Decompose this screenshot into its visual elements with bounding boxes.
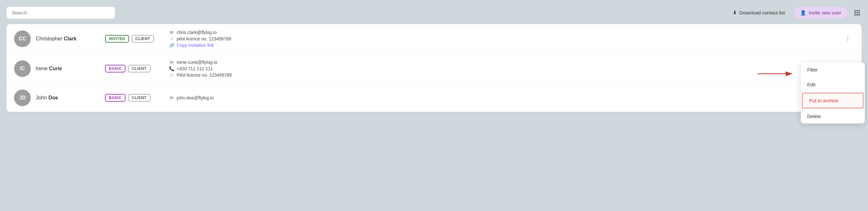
search-input[interactable] — [6, 6, 115, 19]
user-name: Irene Curie — [36, 66, 100, 72]
user-details: ✉ john.doe@flylog.io — [169, 95, 842, 100]
svg-rect-5 — [859, 12, 860, 14]
detail-row-licence: ☆ Pilot licence no. 123456789 — [169, 73, 842, 78]
grid-view-button[interactable] — [852, 8, 862, 17]
user-details: ✉ irene.curie@flylog.io 📞 +420 711 111 1… — [169, 60, 842, 78]
avatar: IC — [14, 60, 31, 77]
download-icon: ⬇ — [733, 9, 737, 16]
context-menu: Filter Edit Put to archive Delete — [801, 62, 865, 124]
invite-label: Invite new user — [809, 10, 841, 16]
tag-client: CLIENT — [128, 94, 150, 102]
download-contact-list-button[interactable]: ⬇ Download contact list — [729, 7, 788, 18]
email-value: john.doe@flylog.io — [177, 95, 214, 100]
invite-icon: 👤 — [800, 10, 806, 16]
svg-rect-0 — [855, 10, 856, 11]
user-row: CC Christopher Clark INVITED CLIENT ✉ ch… — [6, 24, 862, 54]
top-bar: ⬇ Download contact list 👤 Invite new use… — [6, 6, 862, 19]
phone-icon: 📞 — [169, 66, 174, 71]
user-row: IC Irene Curie BASIC CLIENT ✉ irene.curi… — [6, 54, 862, 84]
user-details: ✉ chris.clark@flylog.io ☆ pilot licence … — [169, 30, 842, 48]
context-menu-item-delete[interactable]: Delete — [801, 109, 865, 124]
email-icon: ✉ — [169, 95, 174, 100]
detail-row-email: ✉ chris.clark@flylog.io — [169, 30, 842, 35]
more-options-button[interactable]: ⋮ — [842, 33, 854, 44]
user-name: Christopher Clark — [36, 36, 100, 42]
avatar: JD — [14, 89, 31, 106]
tags: BASIC CLIENT — [105, 94, 156, 102]
tag-client: CLIENT — [131, 35, 154, 43]
licence-value: Pilot licence no. 123456789 — [177, 73, 232, 78]
email-icon: ✉ — [169, 60, 174, 65]
svg-rect-2 — [859, 10, 860, 11]
svg-rect-7 — [857, 14, 858, 16]
context-menu-item-edit[interactable]: Edit — [801, 77, 865, 92]
detail-row-licence: ☆ pilot licence no. 123456789 — [169, 36, 842, 42]
top-bar-right: ⬇ Download contact list 👤 Invite new use… — [729, 7, 862, 19]
link-icon: 🔗 — [169, 43, 174, 48]
email-value: irene.curie@flylog.io — [177, 60, 217, 65]
detail-row-phone: 📞 +420 711 111 111 — [169, 66, 842, 71]
star-icon: ☆ — [169, 36, 174, 42]
svg-rect-1 — [857, 10, 858, 11]
star-icon: ☆ — [169, 73, 174, 78]
avatar: CC — [14, 30, 31, 47]
svg-rect-3 — [855, 12, 856, 14]
email-icon: ✉ — [169, 30, 174, 35]
detail-row-email: ✉ irene.curie@flylog.io — [169, 60, 842, 65]
email-value: chris.clark@flylog.io — [177, 30, 217, 35]
copy-invitation-link[interactable]: Copy invitation link — [177, 43, 214, 48]
tags: INVITED CLIENT — [105, 35, 156, 43]
svg-rect-6 — [855, 14, 856, 16]
tag-invited: INVITED — [105, 35, 129, 43]
detail-row-email: ✉ john.doe@flylog.io — [169, 95, 842, 100]
download-label: Download contact list — [739, 10, 785, 16]
phone-value: +420 711 111 111 — [177, 66, 213, 71]
user-list: CC Christopher Clark INVITED CLIENT ✉ ch… — [6, 24, 862, 112]
user-name: John Doe — [36, 95, 100, 101]
tag-client: CLIENT — [128, 65, 150, 73]
invite-new-user-button[interactable]: 👤 Invite new user — [794, 7, 847, 19]
tag-basic: BASIC — [105, 65, 125, 73]
svg-rect-8 — [859, 14, 860, 16]
context-menu-item-archive[interactable]: Put to archive — [802, 93, 864, 108]
detail-row-link: 🔗 Copy invitation link — [169, 43, 842, 48]
context-menu-item-filter[interactable]: Filter — [801, 62, 865, 77]
licence-value: pilot licence no. 123456789 — [177, 36, 231, 42]
tags: BASIC CLIENT — [105, 65, 156, 73]
svg-rect-4 — [857, 12, 858, 14]
user-row: JD John Doe BASIC CLIENT ✉ john.doe@flyl… — [6, 84, 862, 112]
tag-basic: BASIC — [105, 94, 125, 102]
